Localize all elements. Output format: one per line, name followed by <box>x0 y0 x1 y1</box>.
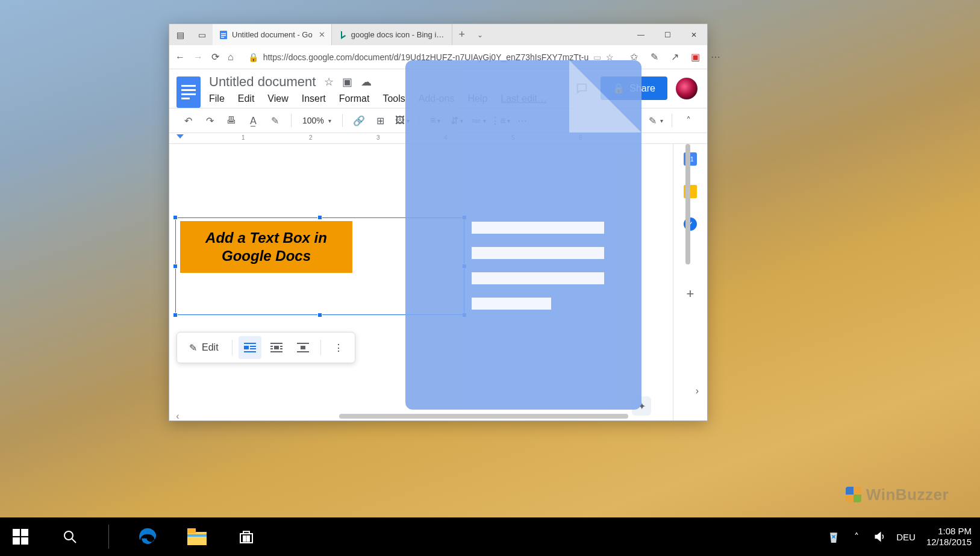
last-edit-link[interactable]: Last edit… <box>501 93 546 104</box>
svg-rect-8 <box>244 351 256 352</box>
share-button[interactable]: 🔒 Share <box>601 77 667 100</box>
wrap-break-icon[interactable] <box>292 336 314 359</box>
language-indicator[interactable]: DEU <box>896 532 916 542</box>
paint-format-icon[interactable]: ✎ <box>267 113 282 128</box>
resize-handle[interactable] <box>317 313 322 317</box>
resize-handle[interactable] <box>462 313 467 317</box>
resize-handle[interactable] <box>173 313 178 317</box>
wrap-text-icon[interactable] <box>265 336 288 359</box>
insert-link-icon[interactable]: 🔗 <box>351 113 367 128</box>
insert-comment-icon[interactable]: ⊞ <box>373 113 389 128</box>
editing-mode-button[interactable]: ✎ ▾ <box>649 115 663 127</box>
menu-edit[interactable]: Edit <box>238 93 255 104</box>
tab-close-icon[interactable]: ✕ <box>316 30 325 39</box>
more-icon[interactable]: ⋯ <box>710 52 721 63</box>
collapse-sidepanel-icon[interactable]: › <box>696 386 699 396</box>
svg-rect-3 <box>221 37 224 38</box>
nav-home-button[interactable]: ⌂ <box>228 52 234 63</box>
menu-file[interactable]: File <box>209 93 225 104</box>
docs-toolbar: ↶ ↷ 🖶 A̲ ✎ 100% 🔗 ⊞ 🖼 ≡ ⇵ ≔ ⋮≡ ⋯ ✎ <box>169 108 707 133</box>
redo-icon[interactable]: ↷ <box>202 113 217 128</box>
document-title[interactable]: Untitled document <box>209 74 316 90</box>
ruler[interactable]: 1 2 3 4 5 6 <box>169 133 707 144</box>
volume-icon[interactable] <box>873 531 885 543</box>
resize-handle[interactable] <box>462 215 467 220</box>
tray-chevron-icon[interactable]: ˄ <box>850 531 863 543</box>
url-box[interactable]: 🔒 https://docs.google.com/document/d/19U… <box>242 49 620 66</box>
tabs-preview-button[interactable]: ▭ <box>191 24 213 45</box>
zoom-selector[interactable]: 100% <box>300 116 334 125</box>
horizontal-scrollbar[interactable]: ‹ <box>173 412 673 420</box>
edge-browser-button[interactable] <box>132 521 163 552</box>
file-explorer-button[interactable] <box>181 521 213 552</box>
favorites-icon[interactable]: ✩ <box>628 52 639 63</box>
menu-tools[interactable]: Tools <box>382 93 405 104</box>
numbered-list-icon[interactable]: ≔ <box>471 113 487 128</box>
menu-insert[interactable]: Insert <box>302 93 326 104</box>
window-close-button[interactable]: ✕ <box>681 24 707 45</box>
more-image-options-icon[interactable]: ⋮ <box>327 336 350 359</box>
share-icon[interactable]: ↗ <box>669 52 680 63</box>
ruler-indent-marker-icon[interactable] <box>176 134 184 139</box>
resize-handle[interactable] <box>173 215 178 220</box>
spellcheck-icon[interactable]: A̲ <box>245 113 261 128</box>
line-spacing-icon[interactable]: ⇵ <box>449 113 465 128</box>
store-button[interactable] <box>231 521 262 552</box>
search-button[interactable] <box>54 521 86 552</box>
edit-label: Edit <box>202 342 219 353</box>
account-avatar[interactable] <box>676 78 698 99</box>
star-favorite-icon[interactable]: ☆ <box>606 52 614 62</box>
clock-time: 1:08 PM <box>926 526 972 537</box>
tab-bing[interactable]: google docs icon - Bing ima <box>332 24 452 45</box>
scroll-left-icon[interactable]: ‹ <box>173 411 183 420</box>
window-maximize-button[interactable]: ☐ <box>654 24 681 45</box>
start-button[interactable] <box>5 521 36 552</box>
new-tab-button[interactable]: + <box>452 24 472 45</box>
tab-docs[interactable]: Untitled document - Go ✕ <box>213 24 332 45</box>
wrap-inline-icon[interactable] <box>239 336 261 359</box>
nav-forward-button[interactable]: → <box>193 52 203 63</box>
winbuzzer-logo-icon <box>846 487 861 502</box>
tab-title: Untitled document - Go <box>232 30 313 39</box>
cloud-status-icon[interactable]: ☁ <box>361 75 372 89</box>
page[interactable]: Add a Text Box in Google Docs ✎ <box>169 144 673 420</box>
reading-view-icon[interactable]: ▭ <box>593 52 601 62</box>
menu-addons[interactable]: Add-ons <box>419 93 455 104</box>
collapse-toolbar-icon[interactable]: ˄ <box>681 113 696 128</box>
print-icon[interactable]: 🖶 <box>223 113 239 128</box>
menu-help[interactable]: Help <box>467 93 487 104</box>
resize-handle[interactable] <box>173 264 178 269</box>
edit-drawing-button[interactable]: ✎ Edit <box>182 342 226 354</box>
selection-frame[interactable] <box>175 217 464 315</box>
window-minimize-button[interactable]: — <box>628 24 654 45</box>
resize-handle[interactable] <box>317 215 322 220</box>
more-tools-icon[interactable]: ⋯ <box>514 113 530 128</box>
chevron-down-icon: ▾ <box>660 117 663 124</box>
move-doc-icon[interactable]: ▣ <box>342 75 352 89</box>
notes-icon[interactable]: ✎ <box>649 52 660 63</box>
menu-view[interactable]: View <box>267 93 288 104</box>
svg-rect-30 <box>243 539 246 542</box>
add-addon-icon[interactable]: + <box>684 287 697 301</box>
scrollbar-thumb[interactable] <box>339 414 628 419</box>
bulleted-list-icon[interactable]: ⋮≡ <box>493 113 508 128</box>
system-clock[interactable]: 1:08 PM 12/18/2015 <box>926 526 972 548</box>
insert-image-icon[interactable]: 🖼 <box>395 113 410 128</box>
resize-handle[interactable] <box>462 264 467 269</box>
extension-icon[interactable]: ▣ <box>690 52 701 63</box>
menu-format[interactable]: Format <box>339 93 370 104</box>
star-doc-icon[interactable]: ☆ <box>324 75 334 89</box>
tabs-aside-button[interactable]: ▤ <box>169 24 191 45</box>
url-text: https://docs.google.com/document/d/19Ud1… <box>263 52 589 62</box>
comments-icon[interactable] <box>572 78 592 99</box>
recycle-bin-icon[interactable] <box>828 531 840 543</box>
nav-refresh-button[interactable]: ⟳ <box>211 52 219 63</box>
docs-logo-icon[interactable] <box>176 77 201 108</box>
undo-icon[interactable]: ↶ <box>180 113 196 128</box>
tab-actions-chevron-icon[interactable]: ⌄ <box>472 24 488 45</box>
canvas-area: Add a Text Box in Google Docs ✎ <box>169 144 707 420</box>
vertical-scrollbar-thumb[interactable] <box>685 144 690 264</box>
nav-back-button[interactable]: ← <box>175 52 185 63</box>
align-icon[interactable]: ≡ <box>428 113 443 128</box>
tab-title: google docs icon - Bing ima <box>351 30 446 39</box>
